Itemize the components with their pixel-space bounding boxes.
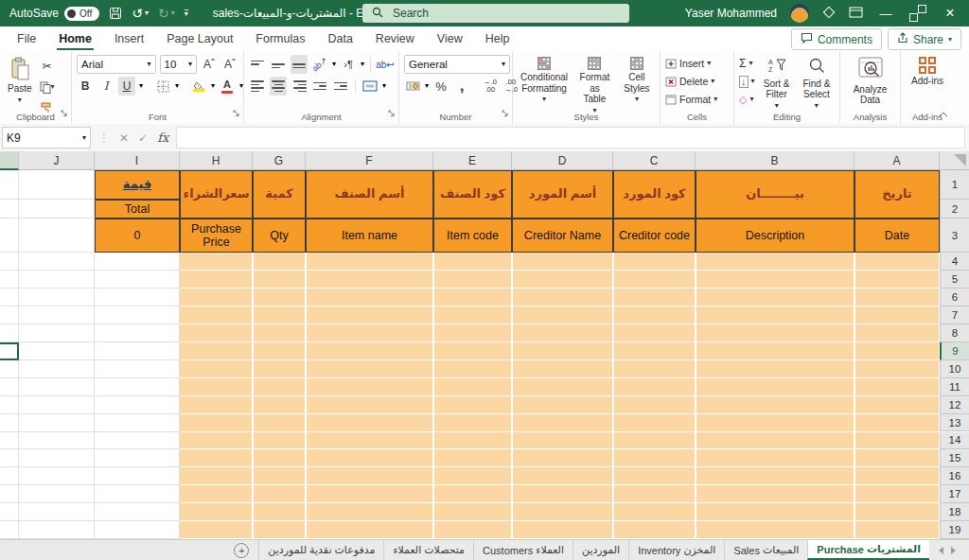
column-header-A[interactable]: A (854, 151, 940, 170)
fill-color-dropdown[interactable]: ▾ (211, 82, 215, 90)
delete-cells-button[interactable]: Delete▾ (665, 73, 729, 90)
autosave-toggle[interactable]: AutoSave Off (9, 7, 99, 21)
decrease-indent-button[interactable] (311, 77, 328, 96)
row-header-1[interactable]: 1 (940, 170, 969, 200)
header-cell-E-english[interactable]: Item code (433, 219, 512, 253)
sheet-tab-6[interactable]: مدفوعات نقدية للموردين (258, 540, 383, 560)
header-cell-H-arabic[interactable]: سعرالشراء (180, 170, 253, 219)
row-header-3[interactable]: 3 (940, 219, 969, 253)
row-header-5[interactable]: 5 (940, 271, 969, 289)
search-box[interactable] (362, 4, 629, 23)
sheet-tab-inventory[interactable]: المخزنInventory (628, 540, 724, 560)
italic-button[interactable]: I (97, 77, 115, 96)
percent-style-button[interactable]: % (432, 77, 449, 96)
column-header-J[interactable]: J (19, 151, 95, 170)
save-icon[interactable] (109, 7, 122, 20)
avatar[interactable] (790, 4, 809, 23)
sheet-tab-3[interactable]: الموردين (573, 540, 628, 560)
conditional-formatting-button[interactable]: Conditional Formatting▾ (518, 55, 571, 105)
comments-button[interactable]: Comments (791, 28, 882, 50)
orientation-dropdown[interactable]: ▾ (332, 61, 336, 68)
merge-center-button[interactable] (361, 77, 379, 96)
clear-button[interactable]: ◇▾ (739, 91, 755, 108)
ribbon-tab-insert[interactable]: Insert (105, 28, 153, 49)
analyze-data-button[interactable]: Analyze Data (845, 55, 895, 108)
row-header-8[interactable]: 8 (940, 324, 969, 342)
copy-button[interactable]: ▾ (39, 78, 56, 96)
quick-access-customize-icon[interactable]: ▾ (185, 9, 188, 18)
text-direction-button[interactable]: ›¶ (340, 55, 357, 74)
header-cell-C-english[interactable]: Creditor code (613, 219, 696, 253)
redo-button[interactable]: ↻▾ (158, 7, 175, 20)
header-cell-D-english[interactable]: Creditor Name (512, 219, 613, 253)
share-button[interactable]: Share ▾ (888, 28, 961, 50)
orientation-button[interactable]: ab↗ (311, 55, 328, 74)
sheet-nav-arrows[interactable] (929, 540, 965, 560)
header-cell-I1-qima[interactable]: قيمة (95, 170, 180, 200)
row-header-9[interactable]: 9 (940, 342, 969, 360)
sheet-tab-5[interactable]: متحصلات العملاء (383, 540, 473, 560)
column-header-C[interactable]: C (613, 151, 696, 170)
insert-cells-button[interactable]: Insert▾ (665, 55, 729, 72)
row-header-6[interactable]: 6 (940, 289, 969, 306)
ribbon-tab-formulas[interactable]: Formulas (246, 28, 314, 49)
ribbon-tab-view[interactable]: View (428, 28, 472, 49)
alignment-dialog-launcher[interactable] (388, 104, 396, 121)
autosum-button[interactable]: Σ▾ (739, 55, 755, 72)
column-header-B[interactable]: B (696, 151, 854, 170)
collapse-ribbon-icon[interactable] (939, 104, 948, 121)
column-header-G[interactable]: G (253, 151, 306, 170)
align-center-button[interactable] (270, 77, 287, 96)
header-cell-C-arabic[interactable]: كود المورد (613, 170, 696, 219)
font-name-select[interactable]: Arial▾ (77, 55, 156, 74)
sheet-tab-customers[interactable]: العملاءCustomers (473, 540, 573, 560)
format-as-table-button[interactable]: Format as Table▾ (574, 55, 615, 116)
row-header-4[interactable]: 4 (940, 253, 969, 271)
increase-decimal-button[interactable]: ←.0.00 (482, 77, 499, 96)
number-format-select[interactable]: General▾ (404, 55, 510, 74)
cancel-icon[interactable]: ✕ (119, 131, 129, 145)
cell-styles-button[interactable]: Cell Styles▾ (619, 55, 655, 105)
header-cell-I2-total[interactable]: Total (95, 200, 180, 219)
header-cell-G-arabic[interactable]: كمية (253, 170, 306, 219)
underline-button[interactable]: U (118, 77, 135, 96)
bold-button[interactable]: B (77, 77, 94, 96)
format-cells-button[interactable]: Format▾ (665, 91, 729, 108)
ribbon-tab-data[interactable]: Data (318, 28, 361, 49)
underline-dropdown[interactable]: ▾ (139, 82, 143, 90)
row-header-19[interactable]: 19 (940, 521, 969, 539)
header-cell-D-arabic[interactable]: أسم المورد (512, 170, 613, 219)
row-header-12[interactable]: 12 (940, 396, 969, 414)
column-header-D[interactable]: D (512, 151, 613, 170)
align-left-button[interactable] (249, 77, 266, 96)
comma-style-button[interactable]: , (453, 77, 470, 96)
minimize-button[interactable]: — (876, 7, 895, 21)
cut-button[interactable]: ✂ (39, 57, 56, 76)
fill-color-button[interactable] (190, 77, 207, 96)
sheet-nav-left-icon[interactable] (951, 547, 956, 554)
header-cell-H-english[interactable]: Purchase Price (180, 219, 253, 253)
borders-dropdown[interactable]: ▾ (175, 82, 179, 90)
row-header-2[interactable]: 2 (940, 200, 969, 219)
clipboard-dialog-launcher[interactable] (61, 104, 68, 121)
sheet-nav-right-icon[interactable] (939, 547, 943, 554)
column-header-E[interactable]: E (433, 151, 512, 170)
header-cell-F-arabic[interactable]: أسم الصنف (306, 170, 433, 219)
accounting-format-button[interactable] (404, 77, 421, 96)
row-header-16[interactable]: 16 (940, 467, 969, 485)
ribbon-tab-page-layout[interactable]: Page Layout (157, 28, 242, 49)
header-cell-G-english[interactable]: Qty (253, 219, 306, 253)
column-header-K[interactable] (0, 151, 19, 170)
row-header-17[interactable]: 17 (940, 485, 969, 503)
search-input[interactable] (391, 6, 584, 21)
enter-icon[interactable]: ✓ (138, 131, 148, 145)
font-color-button[interactable]: A (219, 77, 236, 96)
ribbon-tab-review[interactable]: Review (366, 28, 424, 49)
accounting-format-dropdown[interactable]: ▾ (425, 82, 429, 90)
coming-soon-icon[interactable] (822, 6, 836, 22)
bottom-align-button[interactable] (291, 55, 308, 74)
undo-button[interactable]: ↺▾ (132, 7, 149, 20)
formula-input[interactable] (176, 127, 965, 149)
header-cell-E-arabic[interactable]: كود الصنف (433, 170, 512, 219)
column-header-H[interactable]: H (180, 151, 253, 170)
